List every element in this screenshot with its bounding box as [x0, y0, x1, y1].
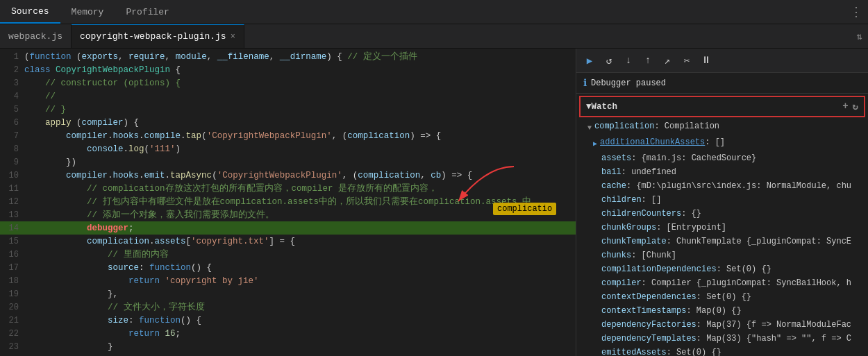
close-tab-icon[interactable]: ×	[231, 32, 235, 42]
watch-child-contextDependencies: contextDependencies : Set(0) {}	[576, 290, 868, 304]
watch-child-emittedAssets: emittedAssets : Set(0) {}	[576, 346, 868, 356]
file-tab-webpack[interactable]: webpack.js	[0, 24, 72, 48]
code-line-4: 4 //	[0, 90, 576, 103]
code-line-10: 10 compiler.hooks.emit.tapAsync('Copyrig…	[0, 169, 576, 182]
nav-item-sources[interactable]: Sources	[0, 0, 60, 24]
code-line-21: 21 size: function() {	[0, 314, 576, 327]
code-lines: 1 (function (exports, require, module, _…	[0, 49, 576, 356]
watch-child-chunkGroups: chunkGroups : [Entrypoint]	[576, 221, 868, 235]
nav-item-profiler[interactable]: Profiler	[115, 0, 180, 24]
code-line-5: 5 // }	[0, 103, 576, 116]
watch-label: Watch	[592, 102, 618, 112]
code-line-2: 2 class CopyrightWebpackPlugin {	[0, 63, 576, 76]
code-line-3: 3 // constructor (options) {	[0, 76, 576, 90]
code-line-24: 24 }	[0, 353, 576, 356]
paused-label: Debugger paused	[591, 78, 666, 88]
watch-child-assets: assets : {main.js: CachedSource}	[576, 151, 868, 165]
file-tab-bar: webpack.js copyright-webpack-plugin.js ×…	[0, 24, 868, 49]
code-line-19: 19 },	[0, 287, 576, 300]
code-panel: 1 (function (exports, require, module, _…	[0, 49, 576, 356]
step-out-button[interactable]: ↑	[640, 53, 656, 68]
watch-collapse-icon[interactable]: ▼	[586, 102, 592, 112]
code-line-15: 15 complication.assets['copyright.txt'] …	[0, 235, 576, 248]
watch-child-childrenCounters: childrenCounters : {}	[576, 207, 868, 221]
code-line-23: 23 }	[0, 340, 576, 353]
code-line-8: 8 console.log('111')	[0, 142, 576, 155]
watch-actions: + ↻	[842, 101, 858, 112]
code-line-14-debugger: 14 debugger;	[0, 221, 576, 235]
debugger-paused-banner: ℹ Debugger paused	[576, 73, 868, 94]
watch-section: ▼ Watch + ↻ ▼ complication : Compilation…	[576, 94, 868, 356]
watch-child-bail: bail : undefined	[576, 165, 868, 179]
code-line-17: 17 source: function() {	[0, 261, 576, 274]
code-line-7: 7 compiler.hooks.compile.tap('CopyrightW…	[0, 129, 576, 142]
watch-child-dependencyTemplates: dependencyTemplates : Map(33) {"hash" =>…	[576, 332, 868, 346]
more-options-icon[interactable]: ⋮	[844, 4, 868, 19]
file-tab-copyright[interactable]: copyright-webpack-plugin.js ×	[72, 24, 244, 48]
watch-child-compiler: compiler : Compiler {_pluginCompat: Sync…	[576, 276, 868, 290]
debugger-toolbar: ▶ ↺ ↓ ↑ ↗ ✂ ⏸	[576, 49, 868, 73]
code-line-12: 12 // 打包内容中有哪些文件是放在complication.assets中的…	[0, 195, 576, 208]
right-panel: ▶ ↺ ↓ ↑ ↗ ✂ ⏸ ℹ Debugger paused ▼ Watch …	[576, 49, 868, 356]
watch-child-compilationDependencies: compilationDependencies : Set(0) {}	[576, 262, 868, 276]
watch-child-cache: cache : {mD:\plugin\src\index.js: Normal…	[576, 179, 868, 193]
paused-info-icon: ℹ	[583, 77, 587, 89]
code-line-20: 20 // 文件大小，字符长度	[0, 300, 576, 314]
collapse-editor-icon[interactable]: ⇅	[857, 31, 862, 42]
step-over-button[interactable]: ↺	[601, 53, 617, 68]
watch-add-icon[interactable]: +	[842, 101, 848, 112]
watch-child-additionalChunkAssets[interactable]: ▶ additionalChunkAssets : []	[576, 135, 868, 151]
watch-child-chunkTemplate: chunkTemplate : ChunkTemplate {_pluginCo…	[576, 235, 868, 248]
code-line-13: 13 // 添加一个对象，塞入我们需要添加的文件。	[0, 208, 576, 221]
code-line-1: 1 (function (exports, require, module, _…	[0, 50, 576, 63]
code-line-9: 9 })	[0, 155, 576, 169]
code-line-6: 6 apply (compiler) {	[0, 116, 576, 129]
code-line-16: 16 // 里面的内容	[0, 248, 576, 261]
code-line-11: 11 // complication存放这次打包的所有配置内容，compiler…	[0, 182, 576, 195]
watch-refresh-icon[interactable]: ↻	[853, 101, 858, 112]
hover-tooltip: complicatio	[493, 203, 556, 215]
watch-header[interactable]: ▼ Watch + ↻	[579, 96, 865, 117]
step-into-button[interactable]: ↓	[621, 53, 636, 68]
step-button[interactable]: ↗	[660, 53, 675, 68]
watch-item-complication[interactable]: ▼ complication : Compilation	[576, 119, 868, 135]
watch-child-children: children : []	[576, 193, 868, 207]
pause-on-exceptions-button[interactable]: ⏸	[699, 53, 714, 68]
watch-child-contextTimestamps: contextTimestamps : Map(0) {}	[576, 304, 868, 318]
watch-child-dependencyFactories: dependencyFactories : Map(37) {f => Norm…	[576, 318, 868, 332]
watch-child-chunks: chunks : [Chunk]	[576, 248, 868, 262]
nav-item-memory[interactable]: Memory	[60, 0, 115, 24]
main-content: 1 (function (exports, require, module, _…	[0, 49, 868, 356]
deactivate-button[interactable]: ✂	[679, 53, 694, 68]
nav-bar: Sources Memory Profiler ⋮	[0, 0, 868, 24]
code-line-18: 18 return 'copyright by jie'	[0, 274, 576, 287]
resume-button[interactable]: ▶	[582, 53, 597, 68]
code-line-22: 22 return 16;	[0, 327, 576, 340]
